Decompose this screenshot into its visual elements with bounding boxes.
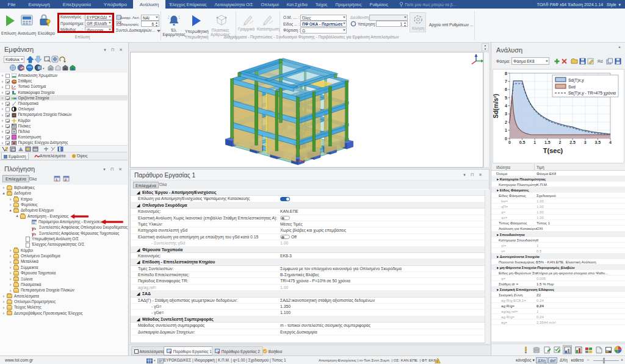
svg-text:3: 3 <box>584 140 587 145</box>
svg-text:0: 0 <box>505 137 507 141</box>
svg-text:8: 8 <box>505 71 507 76</box>
svg-text:1: 1 <box>505 128 507 132</box>
svg-text:T(sec): T(sec) <box>543 147 563 154</box>
svg-text:4: 4 <box>609 140 612 145</box>
svg-text:0: 0 <box>508 140 511 145</box>
svg-text:3.5: 3.5 <box>595 140 601 145</box>
svg-text:Sd(T)x,y: Sd(T)x,y <box>568 78 584 83</box>
svg-text:2: 2 <box>559 140 562 145</box>
svg-text:0.5: 0.5 <box>519 140 526 145</box>
svg-text:Svd: Svd <box>568 85 576 89</box>
svg-text:Se(T)x,y - TR=475 χρόνια: Se(T)x,y - TR=475 χρόνια <box>568 91 616 96</box>
svg-text:7: 7 <box>505 79 507 84</box>
svg-text:6: 6 <box>505 87 507 91</box>
svg-text:2.5: 2.5 <box>569 140 576 145</box>
svg-text:4: 4 <box>505 104 507 108</box>
svg-text:1.5: 1.5 <box>544 140 551 145</box>
svg-text:1: 1 <box>533 140 536 145</box>
svg-text:Sd(m/s²): Sd(m/s²) <box>493 94 499 118</box>
svg-text:5: 5 <box>505 96 507 100</box>
svg-text:2: 2 <box>505 120 507 124</box>
svg-text:3: 3 <box>505 112 507 116</box>
